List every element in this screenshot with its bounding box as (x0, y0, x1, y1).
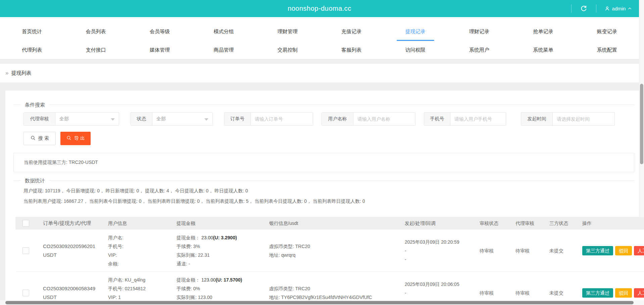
person-icon (604, 6, 610, 11)
nav-tab-label: 媒体管理 (150, 47, 170, 53)
column-header: 操作 (582, 219, 644, 228)
nav-tab-访问权限[interactable]: 访问权限 (383, 41, 447, 59)
nav-tab-系统配置[interactable]: 系统配置 (575, 41, 639, 59)
nav-tab-label: 理财管理 (278, 28, 298, 35)
nav-row-1: 首页统计会员列表会员等级模式分组理财管理充值记录提现记录理财记录抢单记录账变记录 (0, 22, 639, 41)
stats-fieldset: 数据统计 (13, 180, 634, 181)
状态-select[interactable]: 全部 (152, 113, 212, 125)
nav-tab-系统菜单[interactable]: 系统菜单 (511, 41, 575, 59)
header-divider (571, 4, 572, 13)
nav-tab-会员列表[interactable]: 会员列表 (64, 22, 128, 41)
nav-tab-label: 首页统计 (22, 28, 42, 35)
reject-button[interactable]: 驳回 (615, 288, 632, 298)
nav-tab-交易控制[interactable]: 交易控制 (256, 41, 319, 59)
agent-audit-status: 待审核 (515, 289, 549, 297)
header-divider (596, 4, 596, 13)
search-legend: 条件搜索 (21, 101, 49, 109)
nav-tab-label: 会员列表 (86, 28, 106, 35)
nav-tab-商品管理[interactable]: 商品管理 (192, 41, 255, 59)
row-checkbox[interactable] (22, 290, 29, 296)
table-row: CO2503092020596201USDT用户名:手机号:VIP:余额:提现金… (15, 230, 644, 272)
用户名称-input[interactable] (353, 113, 415, 125)
nav-tab-模式分组[interactable]: 模式分组 (192, 22, 255, 41)
nav-tab-支付接口[interactable]: 支付接口 (64, 41, 128, 59)
pass-button[interactable]: 第三方通过 (582, 288, 613, 298)
nav-tab-label: 客服列表 (341, 47, 361, 53)
nav-tab-提现记录[interactable]: 提现记录 (383, 22, 447, 41)
nav-tab-代理列表[interactable]: 代理列表 (0, 41, 64, 59)
nav-tab-抢单记录[interactable]: 抢单记录 (511, 22, 575, 41)
amount-label: 提现金额： (177, 277, 200, 283)
nav-tab-账变记录[interactable]: 账变记录 (575, 22, 639, 41)
nav-tab-label: 系统配置 (597, 47, 617, 53)
search-actions: 搜 索 导 出 (23, 132, 91, 145)
nav-tab-首页统计[interactable]: 首页统计 (0, 22, 64, 41)
手机号-input[interactable] (450, 113, 506, 125)
column-header: 发起/处理/回调 (405, 219, 480, 228)
nav-tab-label: 系统菜单 (533, 47, 553, 53)
user-menu-button[interactable]: admin (600, 0, 636, 17)
select-value: 全部 (156, 116, 166, 122)
nav-tab-理财管理[interactable]: 理财管理 (256, 22, 319, 41)
chevron-up-icon (628, 6, 632, 11)
main-nav: 首页统计会员列表会员等级模式分组理财管理充值记录提现记录理财记录抢单记录账变记录… (0, 17, 644, 59)
select-all-checkbox[interactable] (22, 220, 29, 227)
amount-value: 23.00 (201, 235, 213, 240)
amount-line: 提现金额：23.00(U: 3.2900) (177, 233, 269, 242)
withdraw-table: 订单号/提现方式/代理用户信息提现金额银行信息/usdt发起/处理/回调审核状态… (15, 217, 644, 305)
export-search-icon (66, 135, 72, 142)
user-name: admin (612, 6, 626, 11)
third-party-text: 当前使用提现第三方: TRC20-USDT (24, 160, 98, 166)
nav-tab-充值记录[interactable]: 充值记录 (319, 22, 383, 41)
nav-tab-label: 账变记录 (597, 28, 617, 35)
export-button-label: 导 出 (74, 135, 85, 141)
代理审核-select[interactable]: 全部 (55, 113, 119, 125)
horizontal-scrollbar-thumb[interactable] (5, 301, 634, 304)
user-info-cell: 用户名:手机号:VIP:余额: (108, 233, 177, 268)
bank-line: 地址: qwrqrq (269, 251, 405, 259)
vertical-scrollbar-thumb[interactable] (640, 84, 643, 164)
amount-cell: 提现金额：23.00(U: 3.2900)手续费: 3%实际到账: 22.31通… (177, 233, 269, 268)
nav-tab-系统用户[interactable]: 系统用户 (447, 41, 511, 59)
column-header: 审核状态 (480, 219, 515, 228)
search-button[interactable]: 搜 索 (23, 132, 56, 145)
refresh-icon (580, 5, 587, 12)
export-button[interactable]: 导 出 (60, 132, 91, 145)
user-info-line: VIP: (108, 251, 177, 259)
field-group-状态: 状态全部 (131, 112, 213, 126)
time-line: 2025年03月09日 20:06:05 (405, 280, 480, 289)
vertical-scrollbar[interactable] (639, 0, 644, 217)
refresh-button[interactable] (575, 0, 593, 17)
amount-line: 通道: - (177, 259, 269, 268)
amount-usdt: (U: 17.5700) (216, 277, 242, 283)
header-checkbox-cell (15, 220, 36, 227)
manual-button[interactable]: 人工 (634, 246, 644, 255)
table-header: 订单号/提现方式/代理用户信息提现金额银行信息/usdt发起/处理/回调审核状态… (15, 217, 644, 230)
search-fields: 代理审核全部状态全部订单号用户名称手机号发起时间 (23, 112, 615, 126)
bank-cell: 虚拟币类型: TRC20地址: qwrqrq (269, 242, 405, 259)
nav-tab-会员等级[interactable]: 会员等级 (128, 22, 192, 41)
table-body: CO2503092020596201USDT用户名:手机号:VIP:余额:提现金… (15, 230, 644, 305)
field-label: 手机号 (424, 113, 450, 125)
row-checkbox[interactable] (22, 247, 29, 254)
column-header: 提现金额 (177, 219, 269, 228)
amount-line: 手续费: 0% (177, 284, 269, 293)
search-fieldset: 条件搜索 (13, 105, 634, 105)
订单号-input[interactable] (251, 113, 313, 125)
audit-status: 待审核 (480, 246, 515, 255)
amount-line: 实际到账: 22.31 (177, 251, 269, 259)
nav-tab-媒体管理[interactable]: 媒体管理 (128, 41, 192, 59)
actions-cell: 第三方通过驳回人工 (582, 288, 644, 298)
发起时间-input[interactable] (553, 113, 614, 125)
nav-tab-label: 理财记录 (469, 28, 489, 35)
nav-tab-理财记录[interactable]: 理财记录 (447, 22, 511, 41)
amount-value: 123.00 (201, 277, 216, 283)
horizontal-scrollbar[interactable] (0, 300, 644, 305)
nav-tab-客服列表[interactable]: 客服列表 (319, 41, 383, 59)
pass-button[interactable]: 第三方通过 (582, 246, 613, 255)
manual-button[interactable]: 人工 (634, 288, 644, 298)
nav-tab-label: 代理列表 (22, 47, 42, 53)
chevron-down-icon (204, 118, 208, 121)
reject-button[interactable]: 驳回 (615, 246, 632, 255)
bank-line: 虚拟币类型: TRC20 (269, 284, 405, 293)
